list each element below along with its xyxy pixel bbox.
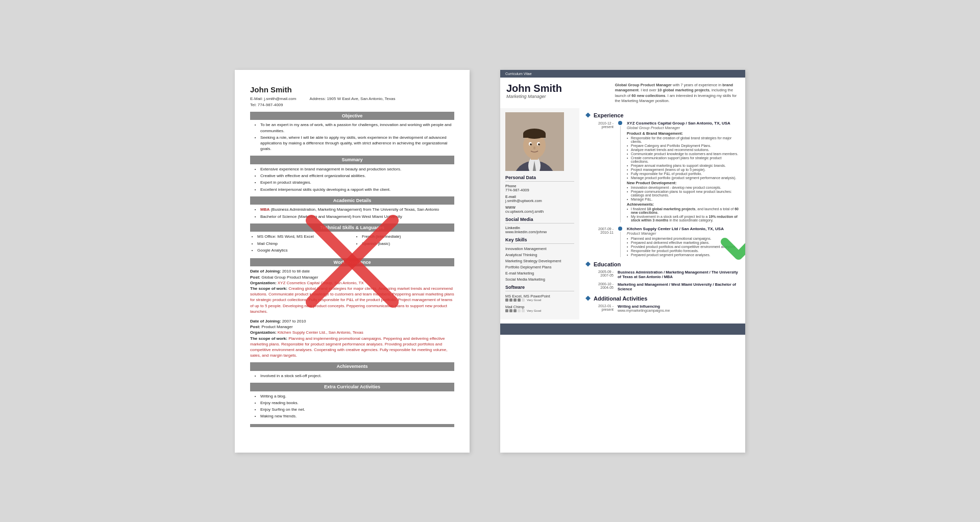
left-name: John Smith bbox=[250, 84, 454, 95]
cv-photo bbox=[505, 112, 564, 171]
left-footer-bar bbox=[250, 424, 454, 427]
act-title-1: Writing and Influencing bbox=[618, 304, 739, 309]
edu-degree-1: Business Administration / Marketing Mana… bbox=[618, 270, 739, 279]
address-value: 1905 W East Ave, San Antonio, Texas bbox=[327, 96, 395, 101]
edu-dates-1: 2005-09 - 2007-05 bbox=[585, 270, 614, 279]
tel-label: Tel: bbox=[250, 103, 256, 107]
exp-bullets-1-3: I finalized 10 global marketing projects… bbox=[627, 207, 739, 222]
exp-bullet: Responsible for product portfolio foreca… bbox=[627, 249, 739, 253]
cv-label: Curriculum Vitae bbox=[505, 72, 532, 76]
tel-value: 774-987-4009 bbox=[258, 103, 283, 107]
phone-label: Phone bbox=[505, 184, 574, 188]
skills-left: MS Office: MS Word, MS Excel Mail Chimp … bbox=[250, 234, 350, 254]
summary-item-1: Extensive experience in brand management… bbox=[260, 166, 454, 172]
exp-line-1 bbox=[620, 126, 621, 222]
exp-content-2: Kitchen Supply Center Ltd / San Antonio,… bbox=[627, 227, 739, 257]
address-label: Address: bbox=[310, 96, 326, 101]
exp-dates-2: 2007-09 - 2010-11 bbox=[585, 227, 614, 257]
email-label: E-mail bbox=[505, 195, 574, 198]
edu-dates-2: 2000-10 - 2004-05 bbox=[585, 282, 614, 291]
skill-item-2: Analytical Thinking bbox=[505, 253, 574, 257]
sw-dot-1-3 bbox=[513, 299, 517, 302]
cv-footer-bar bbox=[500, 324, 745, 335]
cv-summary: Global Group Product Manager with 7 year… bbox=[615, 83, 739, 104]
sw-dots-2 bbox=[505, 309, 525, 312]
software-title: Software bbox=[505, 285, 574, 291]
academic-header: Academic Details bbox=[250, 196, 454, 205]
exp-bullet: Analyze market trends and recommend solu… bbox=[627, 148, 739, 152]
edu-content-1: Business Administration / Marketing Mana… bbox=[618, 270, 739, 279]
sw-dot-1-4 bbox=[518, 299, 521, 302]
exp-dot-line-2 bbox=[618, 227, 623, 257]
skill-1: MS Office: MS Word, MS Excel bbox=[257, 234, 350, 239]
work-header: Work Experience bbox=[250, 258, 454, 267]
sw-dot-2-1 bbox=[505, 309, 508, 312]
exp-bullet: Communicate product knowledge to custome… bbox=[627, 152, 739, 156]
summary-item-2: Creative with effective and efficient or… bbox=[260, 173, 454, 179]
email-value: j.smith@uptwork.com bbox=[505, 198, 574, 203]
sw-dot-1-5 bbox=[522, 299, 525, 302]
exp-bullets-1-1: Responsible for the creation of global b… bbox=[627, 136, 739, 180]
software-item-1: MS Excel, MS PowerPoint Very Good bbox=[505, 294, 574, 302]
objective-list: To be an expert in my area of work, with… bbox=[250, 122, 454, 152]
skill-item-1: Innovation Management bbox=[505, 246, 574, 251]
skills-right: French (intermediate) Spanish (basic) bbox=[355, 234, 454, 254]
sw-dot-2-5 bbox=[522, 309, 525, 312]
exp-bullet: Fully responsible for P&L of product por… bbox=[627, 172, 739, 176]
extra-section: Writing a blog. Enjoy reading books. Enj… bbox=[250, 393, 454, 419]
key-skills-title: Key Skills bbox=[505, 237, 574, 244]
objective-item-2: Seeking a role, where I will be able to … bbox=[260, 135, 454, 152]
experience-title: Experience bbox=[585, 112, 739, 118]
sw-dot-1-2 bbox=[509, 299, 512, 302]
skill-3: Google Analytics bbox=[257, 247, 350, 253]
cv-body: Personal Data Phone 774-987-4009 E-mail … bbox=[500, 108, 745, 319]
www-item: WWW cv.uptwork.com/j.smith bbox=[505, 206, 574, 214]
sw-dots-1 bbox=[505, 299, 525, 302]
act-content-1: Writing and Influencing www.mymarketingc… bbox=[618, 304, 739, 312]
sw-label-2: Very Good bbox=[527, 309, 541, 312]
sw-bar-1: Very Good bbox=[505, 299, 574, 302]
exp-subsec-1-2: New Product Development: bbox=[627, 181, 739, 185]
skill-2: Mail Chimp bbox=[257, 241, 350, 246]
linkedin-value: www.linkedin.com/johnw bbox=[505, 230, 574, 234]
summary-list: Extensive experience in brand management… bbox=[250, 166, 454, 192]
email-item: E-mail j.smith@uptwork.com bbox=[505, 195, 574, 203]
academic-item-2: Bachelor of Science (Marketing and Manag… bbox=[260, 214, 454, 219]
work-entry-1: Date of Joining: 2010 to till date Post:… bbox=[250, 268, 454, 314]
skill-item-4: Portfolio Deployment Plans bbox=[505, 265, 574, 269]
summary-item-3: Expert in product strategies. bbox=[260, 180, 454, 185]
exp-bullets-1-2: Innovation development - develop new pro… bbox=[627, 186, 739, 201]
www-label: WWW bbox=[505, 206, 574, 209]
email-value: j.smith@mail.com bbox=[264, 96, 296, 101]
phone-item: Phone 774-987-4009 bbox=[505, 184, 574, 192]
work-entry-2: Date of Joining: 2007 to 2010 Post: Prod… bbox=[250, 318, 454, 358]
svg-point-14 bbox=[533, 146, 535, 150]
exp-role-1: Global Group Product Manager bbox=[627, 126, 739, 130]
exp-subsec-1-3: Achievements: bbox=[627, 202, 739, 207]
education-title: Education bbox=[585, 261, 739, 267]
extra-1: Writing a blog. bbox=[260, 393, 454, 399]
exp-bullet: My involvement in a stock sell-off proje… bbox=[627, 215, 739, 222]
cv-sidebar: Personal Data Phone 774-987-4009 E-mail … bbox=[500, 108, 579, 319]
edu-entry-2: 2000-10 - 2004-05 Marketing and Manageme… bbox=[585, 282, 739, 291]
exp-dot-1 bbox=[618, 121, 622, 125]
exp-bullet: Responsible for the creation of global b… bbox=[627, 136, 739, 143]
exp-bullet: Prepared product segment performance ana… bbox=[627, 253, 739, 257]
exp-dates-1: 2010-12 - present bbox=[585, 121, 614, 222]
social-media-title: Social Media bbox=[505, 217, 574, 223]
sw-label-1: Very Good bbox=[527, 299, 541, 302]
exp-entry-2: 2007-09 - 2010-11 Kitchen Supply Center … bbox=[585, 227, 739, 257]
exp-line-2 bbox=[620, 232, 621, 257]
edu-content-2: Marketing and Management / West Miami Un… bbox=[618, 282, 739, 291]
act-dates-1: 2012-01 - present bbox=[585, 304, 614, 312]
exp-company-2: Kitchen Supply Center Ltd / San Antonio,… bbox=[627, 227, 739, 231]
svg-point-12 bbox=[530, 143, 532, 145]
exp-bullet: I finalized 10 global marketing projects… bbox=[627, 207, 739, 214]
achievements-section: Involved in a stock sell-off project. bbox=[250, 373, 454, 379]
academic-list: MBA (Business Administration, Marketing … bbox=[250, 207, 454, 219]
email-label: E-Mail: bbox=[250, 96, 263, 101]
sw-name-1: MS Excel, MS PowerPoint bbox=[505, 294, 574, 299]
exp-bullet: Manage product portfolio (product segmen… bbox=[627, 176, 739, 180]
exp-bullet: Project management (teams of up to 5 peo… bbox=[627, 168, 739, 171]
lang-2: Spanish (basic) bbox=[362, 241, 454, 246]
